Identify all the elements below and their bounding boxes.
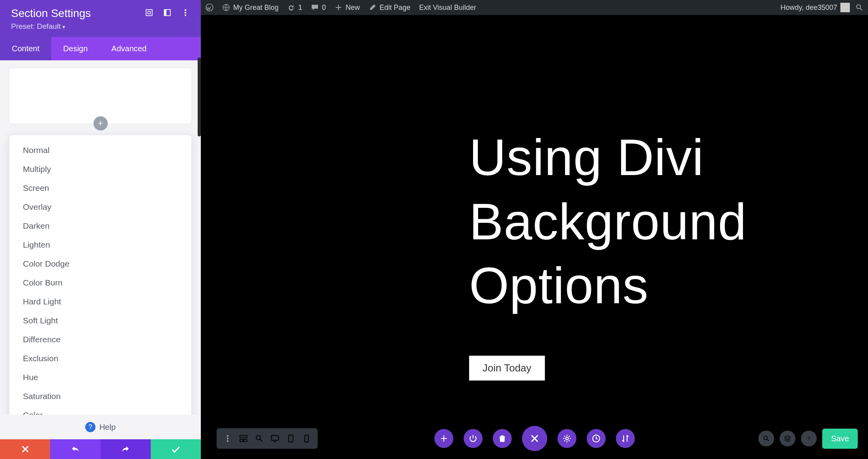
desktop-icon (271, 434, 279, 443)
close-icon (529, 433, 540, 444)
svg-point-5 (227, 440, 228, 442)
blend-option-lighten[interactable]: Lighten✔ (9, 235, 191, 254)
exit-builder-link[interactable]: Exit Visual Builder (419, 4, 476, 12)
tab-advanced[interactable]: Advanced (99, 37, 158, 60)
blend-mode-dropdown: Normal✔Multiply✔Screen✔Overlay✔Darken✔Li… (9, 135, 191, 415)
wireframe-button[interactable] (236, 428, 251, 449)
help-link[interactable]: ? Help (0, 415, 201, 439)
svg-rect-11 (289, 435, 293, 442)
gear-icon (563, 434, 571, 443)
desktop-button[interactable] (267, 428, 283, 449)
new-link[interactable]: New (335, 4, 360, 12)
preset-dropdown[interactable]: Preset: Default (11, 22, 190, 31)
site-name: My Great Blog (233, 4, 279, 12)
power-button[interactable] (464, 429, 483, 448)
cancel-button[interactable] (0, 439, 50, 459)
edit-page-link[interactable]: Edit Page (369, 4, 410, 12)
blend-option-overlay[interactable]: Overlay✔ (9, 198, 191, 216)
sidebar-scrollbar[interactable] (198, 58, 201, 136)
redo-icon (121, 444, 130, 454)
svg-point-20 (185, 9, 186, 11)
responsive-group (217, 428, 318, 449)
question-icon: ? (805, 435, 812, 442)
updates-count: 1 (298, 4, 302, 12)
search-icon (763, 435, 770, 442)
howdy-link[interactable]: Howdy, dee35007 (780, 3, 850, 12)
page-preview: Using Divi Background Options Join Today (201, 15, 868, 459)
builder-toolbar: ? Save (201, 427, 868, 450)
blend-option-normal[interactable]: Normal✔ (9, 141, 191, 160)
find-button[interactable] (758, 431, 774, 446)
blend-option-saturation[interactable]: Saturation✔ (9, 387, 191, 406)
svg-point-2 (857, 5, 861, 9)
history-button[interactable] (587, 429, 606, 448)
save-button[interactable]: Save (822, 429, 858, 449)
add-section-button[interactable] (434, 429, 453, 448)
blend-option-label: Soft Light (23, 316, 58, 325)
home-icon (222, 4, 230, 11)
undo-button[interactable] (50, 439, 100, 459)
phone-icon (302, 434, 311, 443)
site-link[interactable]: My Great Blog (222, 4, 279, 12)
blend-option-hue[interactable]: Hue✔ (9, 368, 191, 387)
settings-button[interactable] (557, 429, 576, 448)
plus-icon (440, 434, 448, 443)
blend-option-color[interactable]: Color✔ (9, 406, 191, 415)
blend-option-difference[interactable]: Difference✔ (9, 330, 191, 349)
sort-button[interactable] (616, 429, 635, 448)
tablet-button[interactable] (283, 428, 299, 449)
check-icon (171, 444, 180, 454)
close-builder-button[interactable] (522, 426, 547, 451)
tab-content[interactable]: Content (0, 37, 51, 60)
svg-rect-8 (244, 439, 247, 442)
expand-icon (145, 8, 153, 17)
blend-option-darken[interactable]: Darken✔ (9, 216, 191, 235)
svg-point-21 (185, 12, 186, 13)
blend-option-hard-light[interactable]: Hard Light✔ (9, 292, 191, 311)
wireframe-icon (239, 434, 248, 443)
blend-option-label: Darken (23, 221, 50, 231)
layers-icon (784, 435, 791, 442)
dock-button[interactable] (163, 7, 172, 20)
blend-option-multiply[interactable]: Multiply✔ (9, 160, 191, 179)
blend-option-label: Multiply (23, 164, 51, 174)
updates-link[interactable]: 1 (287, 4, 302, 12)
add-background-button[interactable]: + (94, 116, 108, 131)
blend-option-soft-light[interactable]: Soft Light✔ (9, 311, 191, 330)
help-button[interactable]: ? (801, 431, 817, 446)
phone-button[interactable] (299, 428, 314, 449)
layers-button[interactable] (780, 431, 795, 446)
blend-option-screen[interactable]: Screen✔ (9, 179, 191, 198)
svg-text:?: ? (808, 436, 810, 442)
pencil-icon (369, 4, 376, 11)
comment-icon (311, 4, 319, 11)
help-label: Help (99, 423, 116, 432)
expand-button[interactable] (145, 7, 153, 20)
trash-button[interactable] (493, 429, 512, 448)
blend-option-label: Normal (23, 146, 50, 155)
blend-option-label: Color (23, 410, 43, 415)
background-preview-card[interactable]: + (9, 68, 191, 123)
svg-point-9 (256, 435, 260, 440)
join-button[interactable]: Join Today (469, 356, 545, 381)
sort-icon (621, 434, 630, 443)
blend-option-label: Difference (23, 335, 60, 344)
zoom-button[interactable] (251, 428, 267, 449)
more-button[interactable] (181, 7, 190, 20)
plus-icon (335, 4, 342, 11)
blend-option-color-burn[interactable]: Color Burn✔ (9, 273, 191, 292)
blend-option-color-dodge[interactable]: Color Dodge✔ (9, 254, 191, 273)
blend-option-label: Saturation (23, 392, 61, 401)
wp-logo[interactable] (206, 4, 213, 11)
search-toggle[interactable] (855, 4, 863, 11)
blend-option-exclusion[interactable]: Exclusion✔ (9, 349, 191, 368)
redo-button[interactable] (101, 439, 151, 459)
exit-label: Exit Visual Builder (419, 4, 476, 12)
tab-design[interactable]: Design (51, 37, 99, 60)
clock-icon (592, 434, 600, 443)
dots-vertical-icon (181, 8, 190, 17)
confirm-button[interactable] (151, 439, 201, 459)
comments-link[interactable]: 0 (311, 4, 326, 12)
more-menu-button[interactable] (220, 428, 236, 449)
sidebar-footer (0, 439, 201, 459)
